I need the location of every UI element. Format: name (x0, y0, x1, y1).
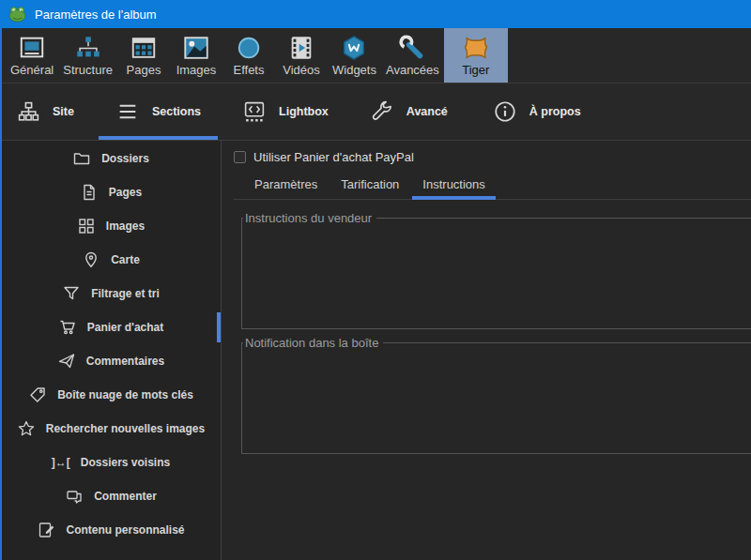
tab-parametres[interactable]: Paramètres (244, 171, 328, 199)
sidebar-item-label: Carte (111, 253, 140, 266)
paypal-checkbox-label: Utiliser Panier d'achat PayPal (253, 150, 414, 164)
nav-item-sections[interactable]: Sections (99, 83, 218, 140)
code-box-icon (242, 100, 267, 124)
toolbar-button-label: Images (176, 63, 217, 77)
sidebar-item-pages[interactable]: Pages (0, 175, 221, 209)
toolbar-button-tiger[interactable]: Tiger (444, 28, 508, 83)
sidebar-item-label: Filtrage et tri (91, 287, 160, 300)
paper-plane-icon (56, 352, 77, 371)
wrench-icon (398, 32, 426, 63)
box-notification-group: Notification dans la boîte (241, 336, 751, 454)
toolbar-button-label: Avancées (386, 63, 439, 77)
sidebar-item-dossiers-voisins[interactable]: ]↔[ Dossiers voisins (0, 446, 221, 479)
neighbors-icon: ]↔[ (51, 456, 71, 469)
toolbar-button-label: Pages (127, 63, 161, 77)
nav-item-label: Avancé (406, 105, 448, 118)
main-area: Dossiers Pages Images (0, 141, 751, 560)
info-icon (493, 99, 517, 124)
nav-item-label: Sections (152, 105, 201, 118)
toolbar-button-avancees[interactable]: Avancées (381, 28, 444, 83)
hexagon-w-icon (340, 32, 368, 63)
nav-item-avance[interactable]: Avancé (353, 83, 465, 140)
edit-page-icon (36, 521, 56, 539)
toolbar: Général Structure (0, 28, 751, 83)
sidebar-item-images[interactable]: Images (0, 209, 221, 243)
sidebar-item-label: Boîte nuage de mots clés (57, 388, 193, 401)
nav-item-site[interactable]: Site (0, 83, 91, 140)
sidebar-item-label: Dossiers (101, 152, 149, 165)
toolbar-button-label: Vidéos (283, 63, 320, 77)
table-icon (130, 32, 158, 63)
paypal-checkbox[interactable] (234, 151, 246, 163)
pelt-icon (461, 32, 491, 63)
grid-icon (76, 217, 97, 235)
sidebar-item-carte[interactable]: Carte (0, 243, 221, 277)
paypal-checkbox-row[interactable]: Utiliser Panier d'achat PayPal (234, 149, 751, 164)
nav-item-lightbox[interactable]: Lightbox (225, 83, 345, 140)
circle-icon (235, 32, 263, 63)
sidebar-item-rechercher[interactable]: Rechercher nouvelles images (0, 412, 221, 446)
toolbar-button-label: Widgets (332, 63, 376, 77)
content-panel: Utiliser Panier d'achat PayPal Paramètre… (221, 141, 751, 560)
wrench-outline-icon (370, 100, 394, 124)
document-icon (79, 183, 100, 202)
titlebar[interactable]: Paramètres de l'album (0, 0, 751, 28)
sidebar-item-label: Commenter (94, 490, 157, 503)
toolbar-button-pages[interactable]: Pages (117, 28, 170, 83)
toolbar-button-label: Effets (233, 63, 264, 77)
filmstrip-icon (287, 32, 315, 63)
sidebar-item-label: Rechercher nouvelles images (46, 422, 205, 435)
sidebar-item-contenu[interactable]: Contenu personnalisé (0, 513, 221, 547)
sidebar-item-filtrage[interactable]: Filtrage et tri (0, 277, 221, 310)
window-border-accent (0, 28, 2, 560)
nav-item-label: À propos (529, 105, 581, 118)
album-settings-window: Paramètres de l'album Général (0, 0, 751, 560)
seller-instructions-legend: Instructions du vendeur (243, 211, 376, 225)
cart-icon (57, 318, 78, 337)
toolbar-button-widgets[interactable]: Widgets (328, 28, 381, 83)
box-notification-legend: Notification dans la boîte (243, 336, 383, 350)
chat-icon (64, 487, 84, 506)
toolbar-button-images[interactable]: Images (170, 28, 222, 83)
seller-instructions-textarea[interactable] (242, 225, 751, 328)
monitor-icon (18, 32, 46, 63)
box-notification-textarea[interactable] (242, 350, 751, 453)
nav-item-label: Lightbox (279, 105, 329, 118)
paypal-tabs: Paramètres Tarification Instructions (234, 171, 751, 200)
section-nav: Site Sections Lightbox (0, 83, 751, 141)
funnel-icon (61, 284, 82, 303)
toolbar-button-general[interactable]: Général (6, 28, 58, 83)
sidebar-item-nuage-mots[interactable]: Boîte nuage de mots clés (0, 378, 221, 412)
toolbar-button-label: Structure (63, 63, 113, 77)
sidebar-item-label: Contenu personnalisé (66, 523, 184, 537)
nav-item-a-propos[interactable]: À propos (476, 83, 598, 140)
sidebar: Dossiers Pages Images (0, 141, 221, 560)
frog-logo-icon (8, 6, 26, 23)
photo-icon (182, 32, 210, 63)
tab-tarification[interactable]: Tarification (330, 171, 409, 199)
toolbar-button-label: Tiger (462, 63, 489, 77)
seller-instructions-group: Instructions du vendeur (241, 211, 751, 329)
toolbar-button-structure[interactable]: Structure (58, 28, 117, 83)
sitemap-icon (17, 100, 40, 124)
tab-instructions[interactable]: Instructions (412, 171, 495, 199)
hamburger-icon (115, 100, 140, 124)
sidebar-item-label: Pages (109, 186, 142, 199)
sidebar-item-commentaires[interactable]: Commentaires (0, 344, 221, 378)
orgchart-icon (74, 32, 102, 63)
sidebar-item-label: Commentaires (86, 355, 164, 368)
star-icon (16, 419, 37, 438)
sidebar-item-label: Dossiers voisins (81, 456, 170, 469)
nav-item-label: Site (53, 105, 74, 118)
toolbar-button-effets[interactable]: Effets (222, 28, 275, 83)
sidebar-item-panier[interactable]: Panier d'achat (0, 310, 221, 344)
sidebar-item-commenter[interactable]: Commenter (0, 479, 221, 513)
window-title: Paramètres de l'album (35, 8, 157, 22)
folder-icon (71, 149, 92, 168)
map-pin-icon (81, 250, 101, 269)
toolbar-button-videos[interactable]: Vidéos (275, 28, 328, 83)
sidebar-item-dossiers[interactable]: Dossiers (0, 142, 221, 175)
toolbar-button-label: Général (10, 63, 54, 77)
sidebar-item-label: Images (106, 219, 145, 233)
tag-icon (27, 386, 48, 404)
